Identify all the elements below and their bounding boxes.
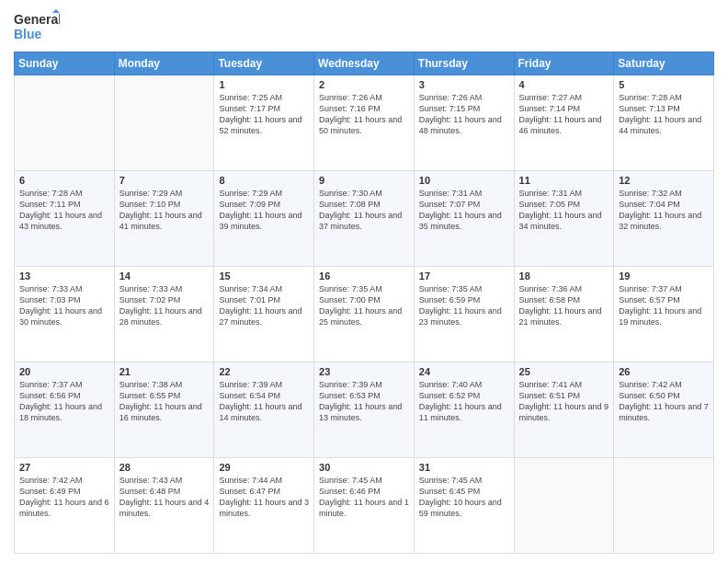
day-number: 1 <box>219 79 309 90</box>
day-info: Sunrise: 7:40 AM Sunset: 6:52 PM Dayligh… <box>419 379 509 424</box>
col-wednesday: Wednesday <box>314 52 415 75</box>
day-info: Sunrise: 7:42 AM Sunset: 6:49 PM Dayligh… <box>19 475 109 520</box>
day-info: Sunrise: 7:29 AM Sunset: 7:09 PM Dayligh… <box>219 188 309 233</box>
day-info: Sunrise: 7:27 AM Sunset: 7:14 PM Dayligh… <box>519 92 609 137</box>
day-number: 30 <box>319 462 409 473</box>
calendar-cell: 2Sunrise: 7:26 AM Sunset: 7:16 PM Daylig… <box>314 75 415 171</box>
calendar-cell: 12Sunrise: 7:32 AM Sunset: 7:04 PM Dayli… <box>614 171 714 267</box>
calendar-cell: 18Sunrise: 7:36 AM Sunset: 6:58 PM Dayli… <box>514 267 614 362</box>
calendar-cell: 3Sunrise: 7:26 AM Sunset: 7:15 PM Daylig… <box>414 75 514 171</box>
logo: General Blue <box>14 9 60 44</box>
calendar-cell: 22Sunrise: 7:39 AM Sunset: 6:54 PM Dayli… <box>214 362 314 458</box>
day-info: Sunrise: 7:35 AM Sunset: 7:00 PM Dayligh… <box>319 283 409 328</box>
day-number: 12 <box>619 175 709 186</box>
day-number: 26 <box>619 366 709 377</box>
day-number: 25 <box>519 366 609 377</box>
day-number: 27 <box>19 462 109 473</box>
day-info: Sunrise: 7:29 AM Sunset: 7:10 PM Dayligh… <box>119 188 210 233</box>
calendar-cell: 30Sunrise: 7:45 AM Sunset: 6:46 PM Dayli… <box>314 458 415 554</box>
calendar-cell: 10Sunrise: 7:31 AM Sunset: 7:07 PM Dayli… <box>414 171 514 267</box>
day-number: 29 <box>219 462 309 473</box>
calendar-cell: 5Sunrise: 7:28 AM Sunset: 7:13 PM Daylig… <box>614 75 714 171</box>
day-info: Sunrise: 7:38 AM Sunset: 6:55 PM Dayligh… <box>119 379 210 424</box>
day-number: 19 <box>619 270 709 282</box>
week-row-3: 13Sunrise: 7:33 AM Sunset: 7:03 PM Dayli… <box>15 267 714 362</box>
svg-text:General: General <box>14 12 60 27</box>
day-info: Sunrise: 7:25 AM Sunset: 7:17 PM Dayligh… <box>219 92 309 137</box>
day-number: 23 <box>319 366 409 377</box>
day-number: 4 <box>519 79 609 90</box>
day-number: 5 <box>619 79 709 90</box>
col-monday: Monday <box>114 52 214 75</box>
day-number: 7 <box>119 175 210 186</box>
day-info: Sunrise: 7:28 AM Sunset: 7:11 PM Dayligh… <box>19 188 109 233</box>
week-row-4: 20Sunrise: 7:37 AM Sunset: 6:56 PM Dayli… <box>15 362 714 458</box>
day-number: 13 <box>19 270 109 282</box>
calendar-cell: 1Sunrise: 7:25 AM Sunset: 7:17 PM Daylig… <box>214 75 314 171</box>
day-number: 10 <box>419 175 509 186</box>
day-info: Sunrise: 7:36 AM Sunset: 6:58 PM Dayligh… <box>519 283 609 328</box>
calendar-cell: 14Sunrise: 7:33 AM Sunset: 7:02 PM Dayli… <box>114 267 214 362</box>
calendar-cell: 21Sunrise: 7:38 AM Sunset: 6:55 PM Dayli… <box>114 362 214 458</box>
day-number: 18 <box>519 270 609 282</box>
calendar-cell: 16Sunrise: 7:35 AM Sunset: 7:00 PM Dayli… <box>314 267 415 362</box>
day-info: Sunrise: 7:34 AM Sunset: 7:01 PM Dayligh… <box>219 283 309 328</box>
calendar-cell: 17Sunrise: 7:35 AM Sunset: 6:59 PM Dayli… <box>414 267 514 362</box>
day-info: Sunrise: 7:26 AM Sunset: 7:15 PM Dayligh… <box>419 92 509 137</box>
calendar-cell: 9Sunrise: 7:30 AM Sunset: 7:08 PM Daylig… <box>314 171 415 267</box>
calendar-table: Sunday Monday Tuesday Wednesday Thursday… <box>14 52 714 554</box>
svg-text:Blue: Blue <box>14 27 42 41</box>
calendar-cell <box>114 75 214 171</box>
calendar-cell <box>514 458 614 554</box>
col-saturday: Saturday <box>614 52 714 75</box>
calendar-cell: 13Sunrise: 7:33 AM Sunset: 7:03 PM Dayli… <box>15 267 115 362</box>
calendar-cell: 6Sunrise: 7:28 AM Sunset: 7:11 PM Daylig… <box>15 171 115 267</box>
day-number: 11 <box>519 175 609 186</box>
svg-marker-2 <box>52 9 60 13</box>
day-info: Sunrise: 7:42 AM Sunset: 6:50 PM Dayligh… <box>619 379 709 424</box>
day-number: 8 <box>219 175 309 186</box>
calendar-cell: 23Sunrise: 7:39 AM Sunset: 6:53 PM Dayli… <box>314 362 415 458</box>
week-row-5: 27Sunrise: 7:42 AM Sunset: 6:49 PM Dayli… <box>15 458 714 554</box>
day-number: 9 <box>319 175 409 186</box>
calendar-cell: 15Sunrise: 7:34 AM Sunset: 7:01 PM Dayli… <box>214 267 314 362</box>
day-number: 16 <box>319 270 409 282</box>
calendar-cell: 28Sunrise: 7:43 AM Sunset: 6:48 PM Dayli… <box>114 458 214 554</box>
col-friday: Friday <box>514 52 614 75</box>
page: General Blue Sunday Monday Tuesday Wedne… <box>0 0 728 563</box>
calendar-cell: 19Sunrise: 7:37 AM Sunset: 6:57 PM Dayli… <box>614 267 714 362</box>
calendar-cell: 7Sunrise: 7:29 AM Sunset: 7:10 PM Daylig… <box>114 171 214 267</box>
day-number: 22 <box>219 366 309 377</box>
calendar-cell <box>614 458 714 554</box>
day-info: Sunrise: 7:31 AM Sunset: 7:07 PM Dayligh… <box>419 188 509 233</box>
day-info: Sunrise: 7:33 AM Sunset: 7:03 PM Dayligh… <box>19 283 109 328</box>
day-number: 2 <box>319 79 409 90</box>
header-row: Sunday Monday Tuesday Wednesday Thursday… <box>15 52 714 75</box>
day-info: Sunrise: 7:35 AM Sunset: 6:59 PM Dayligh… <box>419 283 509 328</box>
day-info: Sunrise: 7:28 AM Sunset: 7:13 PM Dayligh… <box>619 92 709 137</box>
day-info: Sunrise: 7:44 AM Sunset: 6:47 PM Dayligh… <box>219 475 309 520</box>
day-number: 3 <box>419 79 509 90</box>
day-number: 31 <box>419 462 509 473</box>
day-info: Sunrise: 7:45 AM Sunset: 6:45 PM Dayligh… <box>419 475 509 520</box>
day-info: Sunrise: 7:39 AM Sunset: 6:54 PM Dayligh… <box>219 379 309 424</box>
day-number: 6 <box>19 175 109 186</box>
day-info: Sunrise: 7:31 AM Sunset: 7:05 PM Dayligh… <box>519 188 609 233</box>
calendar-cell: 29Sunrise: 7:44 AM Sunset: 6:47 PM Dayli… <box>214 458 314 554</box>
day-number: 28 <box>119 462 210 473</box>
calendar-cell: 8Sunrise: 7:29 AM Sunset: 7:09 PM Daylig… <box>214 171 314 267</box>
col-sunday: Sunday <box>15 52 115 75</box>
day-info: Sunrise: 7:33 AM Sunset: 7:02 PM Dayligh… <box>119 283 210 328</box>
day-number: 17 <box>419 270 509 282</box>
day-number: 15 <box>219 270 309 282</box>
logo-icon: General Blue <box>14 9 60 44</box>
day-info: Sunrise: 7:41 AM Sunset: 6:51 PM Dayligh… <box>519 379 609 424</box>
calendar-cell: 11Sunrise: 7:31 AM Sunset: 7:05 PM Dayli… <box>514 171 614 267</box>
calendar-cell: 26Sunrise: 7:42 AM Sunset: 6:50 PM Dayli… <box>614 362 714 458</box>
calendar-cell: 4Sunrise: 7:27 AM Sunset: 7:14 PM Daylig… <box>514 75 614 171</box>
day-number: 14 <box>119 270 210 282</box>
day-info: Sunrise: 7:39 AM Sunset: 6:53 PM Dayligh… <box>319 379 409 424</box>
calendar-cell: 31Sunrise: 7:45 AM Sunset: 6:45 PM Dayli… <box>414 458 514 554</box>
day-number: 21 <box>119 366 210 377</box>
day-number: 20 <box>19 366 109 377</box>
